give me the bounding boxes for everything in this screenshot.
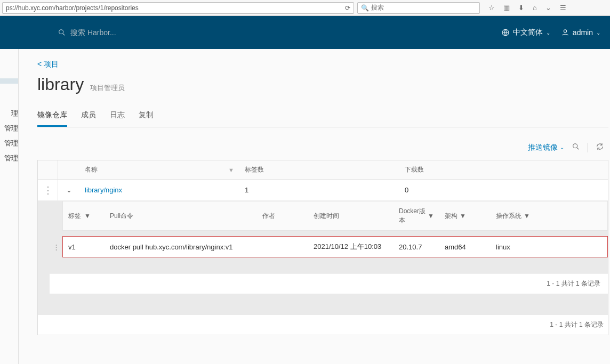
filter-icon[interactable]: ▼ <box>228 167 234 173</box>
page-title: library <box>37 75 84 94</box>
svg-point-3 <box>564 30 566 33</box>
sidebar-item-2[interactable]: 管理 <box>0 121 18 136</box>
tag-table-footer: 1 - 1 共计 1 条记录 <box>50 273 608 294</box>
url-bar[interactable]: ps://hub.xyc.com/harbor/projects/1/repos… <box>2 2 354 14</box>
col-created[interactable]: 创建时间 <box>308 201 394 230</box>
breadcrumb-back[interactable]: < 项目 <box>37 60 608 69</box>
tag-created: 2021/10/12 上午10:03 <box>308 242 394 252</box>
chevron-down-icon: ⌄ <box>560 144 564 150</box>
col-pull-cmd[interactable]: Pull命令 <box>105 201 257 230</box>
tab-members[interactable]: 成员 <box>81 107 96 127</box>
repo-table-header: 名称 ▼ 标签数 下载数 <box>38 160 608 180</box>
chrome-controls: ☆ ▥ ⬇ ⌂ ⌄ ☰ <box>488 4 566 12</box>
app-header: 中文简体 ⌄ admin ⌄ <box>0 16 610 49</box>
bookmark-icon[interactable]: ☆ <box>488 4 495 12</box>
home-icon[interactable]: ⌂ <box>533 4 537 12</box>
tag-row-actions-icon[interactable]: ⋮ <box>50 236 62 257</box>
project-role: 项目管理员 <box>90 83 125 93</box>
col-tag[interactable]: 标签 ▼ <box>63 201 105 230</box>
tab-logs[interactable]: 日志 <box>110 107 125 127</box>
table-row: ⋮ ⌄ library/nginx 1 0 <box>38 180 608 201</box>
sidebar-item-1[interactable]: 理 <box>0 106 18 121</box>
col-os[interactable]: 操作系统 ▼ <box>491 201 607 230</box>
expand-row-icon[interactable]: ⌄ <box>58 186 79 194</box>
user-icon <box>561 28 569 37</box>
language-selector[interactable]: 中文简体 ⌄ <box>501 28 550 37</box>
col-arch[interactable]: 架构 ▼ <box>439 201 491 230</box>
repo-tags-count: 1 <box>239 186 399 194</box>
browser-chrome: ps://hub.xyc.com/harbor/projects/1/repos… <box>0 0 610 16</box>
harbor-search[interactable] <box>58 28 209 37</box>
language-label: 中文简体 <box>513 28 543 37</box>
pocket-icon[interactable]: ⌄ <box>545 4 551 12</box>
tag-pull-cmd: docker pull hub.xyc.com/library/nginx:v1 <box>105 243 257 251</box>
svg-line-5 <box>577 148 579 149</box>
browser-search[interactable]: 🔍 搜索 <box>357 2 480 14</box>
tab-replication[interactable]: 复制 <box>139 107 154 127</box>
user-menu[interactable]: admin ⌄ <box>561 28 600 37</box>
repo-toolbar: 推送镜像 ⌄ <box>37 142 608 152</box>
chevron-down-icon: ⌄ <box>546 30 550 36</box>
downloads-icon[interactable]: ⬇ <box>518 4 524 12</box>
tag-arch: amd64 <box>439 243 491 251</box>
svg-line-1 <box>63 34 65 35</box>
svg-point-4 <box>573 144 577 148</box>
filter-icon[interactable]: ▼ <box>460 212 466 220</box>
col-name[interactable]: 名称 ▼ <box>79 165 239 174</box>
sidebar: 理 管理 管理 管理 <box>0 49 19 364</box>
filter-icon[interactable]: ▼ <box>428 212 434 220</box>
search-icon <box>58 28 66 37</box>
user-label: admin <box>573 28 593 37</box>
filter-icon[interactable]: ▼ <box>84 212 91 220</box>
col-pulls[interactable]: 下载数 <box>399 165 608 174</box>
col-author[interactable]: 作者 <box>257 201 308 230</box>
tag-docker-ver: 20.10.7 <box>394 243 439 251</box>
search-icon[interactable] <box>572 142 580 152</box>
chevron-down-icon: ⌄ <box>596 30 600 36</box>
repo-table: 名称 ▼ 标签数 下载数 ⋮ ⌄ library/nginx 1 0 标签 <box>37 160 608 335</box>
main-content: < 项目 library 项目管理员 镜像仓库 成员 日志 复制 推送镜像 ⌄ <box>19 49 610 364</box>
browser-search-placeholder: 搜索 <box>371 3 384 12</box>
tag-name[interactable]: v1 <box>63 243 105 251</box>
search-input[interactable] <box>70 28 209 37</box>
tag-os: linux <box>491 243 607 251</box>
sidebar-item-4[interactable]: 管理 <box>0 151 18 166</box>
filter-icon[interactable]: ▼ <box>524 212 530 220</box>
separator <box>588 143 588 152</box>
refresh-icon[interactable] <box>596 142 604 152</box>
menu-icon[interactable]: ☰ <box>560 4 566 12</box>
repo-name-link[interactable]: library/nginx <box>79 186 239 194</box>
col-tags[interactable]: 标签数 <box>239 165 399 174</box>
reload-icon[interactable]: ⟳ <box>345 4 350 12</box>
globe-icon <box>501 28 510 37</box>
col-docker-ver[interactable]: Docker版本 ▼ <box>394 201 439 230</box>
repo-table-footer: 1 - 1 共计 1 条记录 <box>38 315 608 335</box>
repo-pulls-count: 0 <box>399 186 608 194</box>
tag-row: v1 docker pull hub.xyc.com/library/nginx… <box>62 236 608 257</box>
header-actions <box>38 160 58 179</box>
subheader-actions <box>50 201 62 231</box>
sidebar-item-3[interactable]: 管理 <box>0 136 18 151</box>
search-icon: 🔍 <box>361 4 369 12</box>
svg-point-0 <box>59 30 63 34</box>
expanded-tag-area: 标签 ▼ Pull命令 作者 创建时间 Docker版本 ▼ 架构 ▼ <box>38 201 608 315</box>
tabs: 镜像仓库 成员 日志 复制 <box>37 107 608 127</box>
sidebar-item-0[interactable] <box>0 78 18 84</box>
header-right: 中文简体 ⌄ admin ⌄ <box>501 28 600 37</box>
url-text: ps://hub.xyc.com/harbor/projects/1/repos… <box>6 4 139 12</box>
tab-repos[interactable]: 镜像仓库 <box>37 107 67 127</box>
library-icon[interactable]: ▥ <box>503 4 510 12</box>
row-actions-icon[interactable]: ⋮ <box>38 180 58 200</box>
push-image-label: 推送镜像 <box>528 143 558 152</box>
push-image-link[interactable]: 推送镜像 ⌄ <box>528 143 564 152</box>
